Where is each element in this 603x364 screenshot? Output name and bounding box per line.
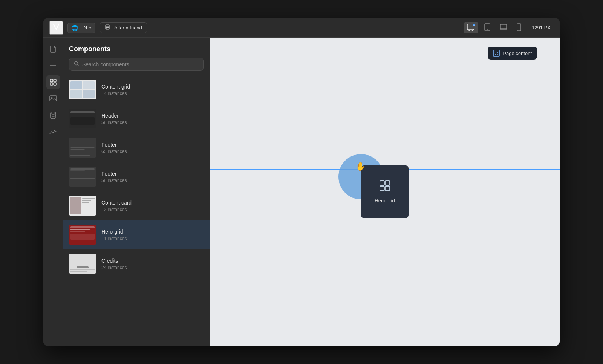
list-item[interactable]: Footer 65 instances — [63, 133, 210, 162]
sidebar-analytics-button[interactable] — [46, 125, 60, 139]
list-item[interactable]: Content card 12 instances — [63, 191, 210, 220]
svg-rect-19 — [50, 79, 53, 82]
main-area: Components — [43, 38, 560, 346]
sidebar-assets-button[interactable] — [46, 92, 60, 106]
component-name: Header — [101, 113, 204, 119]
component-thumbnail — [69, 167, 96, 187]
component-info: Content grid 14 instances — [101, 84, 204, 96]
component-drop-icon — [379, 180, 390, 194]
svg-rect-20 — [54, 79, 56, 82]
component-thumbnail — [69, 138, 96, 158]
component-name: Content grid — [101, 84, 204, 90]
svg-point-26 — [75, 62, 78, 65]
component-list: Content grid 14 instances Header — [63, 75, 210, 346]
component-instances: 24 instances — [101, 265, 204, 270]
more-icon: ··· — [451, 24, 456, 31]
sidebar-components-button[interactable] — [46, 75, 60, 89]
svg-point-25 — [51, 112, 56, 114]
cursor-hand-icon: ✋ — [355, 162, 366, 171]
component-thumbnail — [69, 225, 96, 245]
search-icon — [74, 61, 79, 67]
component-info: Hero grid 11 instances — [101, 229, 204, 241]
drag-area: ✋ Hero grid — [361, 165, 409, 218]
component-name: Hero grid — [101, 229, 204, 235]
component-info: Content card 12 instances — [101, 200, 204, 212]
page-content-tooltip: Page content — [488, 47, 537, 60]
mobile-view-button[interactable] — [514, 22, 524, 34]
component-info: Footer 58 instances — [101, 171, 204, 183]
component-info: Footer 65 instances — [101, 142, 204, 154]
canvas-area[interactable]: Page content ✋ — [210, 38, 560, 346]
globe-icon: 🌐 — [72, 25, 78, 31]
app-window: 🌐 EN ▾ Refer a friend ··· — [43, 18, 560, 346]
component-instances: 12 instances — [101, 207, 204, 212]
svg-rect-28 — [380, 181, 384, 185]
component-name: Footer — [101, 171, 204, 177]
list-item[interactable]: Footer 58 instances — [63, 162, 210, 191]
more-button[interactable]: ··· — [448, 22, 459, 33]
component-name: Credits — [101, 258, 204, 264]
svg-rect-22 — [54, 83, 56, 85]
component-info: Header 58 instances — [101, 113, 204, 125]
component-thumbnail — [69, 109, 96, 128]
list-item[interactable]: Content grid 14 instances — [63, 75, 210, 104]
hero-grid-drop-label: Hero grid — [375, 198, 395, 203]
px-display: 1291 PX — [529, 25, 554, 31]
list-item[interactable]: Credits 24 instances — [63, 249, 210, 278]
sidebar-document-button[interactable] — [46, 42, 60, 56]
logo-button[interactable] — [49, 21, 63, 35]
chevron-down-icon: ▾ — [89, 26, 91, 30]
panel-header: Components — [63, 38, 210, 75]
component-instances: 11 instances — [101, 236, 204, 241]
tablet-view-button[interactable] — [481, 22, 493, 34]
component-instances: 14 instances — [101, 91, 204, 96]
svg-rect-29 — [385, 181, 390, 185]
component-thumbnail — [69, 196, 96, 216]
svg-point-11 — [487, 29, 488, 30]
svg-line-27 — [78, 65, 79, 66]
laptop-view-button[interactable] — [496, 22, 511, 33]
component-instances: 58 instances — [101, 120, 204, 125]
component-name: Content card — [101, 200, 204, 206]
icon-sidebar — [43, 38, 63, 346]
component-info: Credits 24 instances — [101, 258, 204, 270]
page-content-icon — [493, 50, 500, 57]
component-thumbnail — [69, 80, 96, 99]
search-input[interactable] — [82, 61, 199, 67]
panel-title: Components — [69, 45, 204, 53]
components-panel: Components — [63, 38, 210, 346]
language-button[interactable]: 🌐 EN ▾ — [67, 23, 95, 33]
svg-point-15 — [519, 29, 519, 30]
svg-rect-31 — [385, 186, 390, 191]
page-content-label: Page content — [503, 50, 532, 56]
view-controls — [464, 22, 524, 34]
refer-button[interactable]: Refer a friend — [100, 22, 147, 33]
logo-icon — [52, 23, 60, 33]
svg-rect-21 — [50, 83, 53, 85]
document-icon — [105, 24, 110, 31]
svg-rect-12 — [500, 24, 507, 29]
page-content-icon-inner — [495, 52, 498, 55]
top-bar: 🌐 EN ▾ Refer a friend ··· — [43, 18, 560, 38]
desktop-plus-view-button[interactable] — [464, 22, 478, 33]
component-instances: 58 instances — [101, 178, 204, 183]
component-thumbnail — [69, 254, 96, 274]
svg-rect-30 — [380, 186, 384, 191]
refer-label: Refer a friend — [112, 25, 142, 31]
sidebar-layers-button[interactable] — [46, 59, 60, 72]
list-item[interactable]: Hero grid 11 instances — [63, 220, 210, 249]
component-instances: 65 instances — [101, 149, 204, 154]
sidebar-database-button[interactable] — [46, 109, 60, 122]
language-label: EN — [80, 25, 87, 31]
hero-grid-drop-card: Hero grid — [361, 165, 409, 218]
component-name: Footer — [101, 142, 204, 148]
search-box[interactable] — [69, 58, 204, 71]
list-item[interactable]: Header 58 instances — [63, 104, 210, 133]
